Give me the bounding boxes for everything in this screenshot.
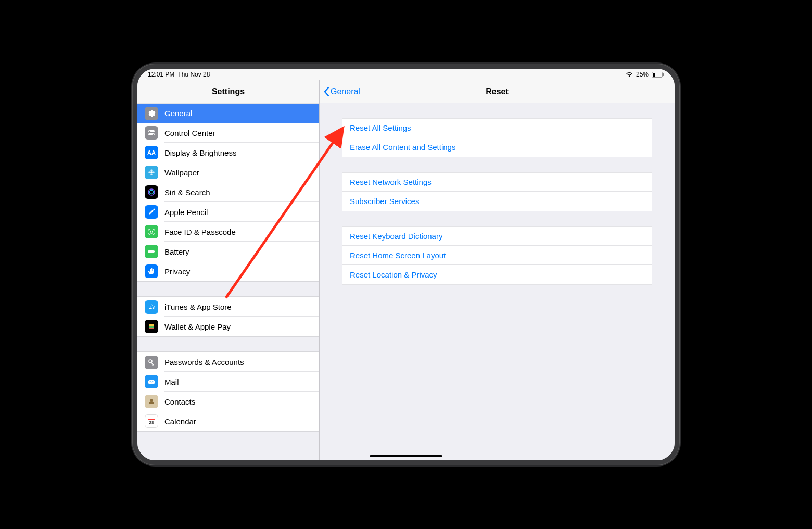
hand-icon <box>145 264 158 278</box>
appstore-icon <box>145 300 158 314</box>
svg-point-13 <box>150 191 154 194</box>
toggles-icon <box>145 126 158 140</box>
contacts-icon <box>145 395 158 408</box>
sidebar-item-label: General <box>164 109 192 118</box>
sidebar-item-passwords[interactable]: Passwords & Accounts <box>137 352 319 372</box>
sidebar-item-label: Face ID & Passcode <box>164 228 236 236</box>
battery-icon <box>145 245 158 258</box>
row-label: Reset Location & Privacy <box>350 270 437 279</box>
sidebar-navbar: Settings <box>137 80 319 103</box>
siri-icon <box>145 185 158 199</box>
sidebar-item-label: Siri & Search <box>164 188 210 197</box>
svg-point-21 <box>149 360 152 363</box>
svg-rect-16 <box>148 250 154 253</box>
mail-icon <box>145 375 158 388</box>
svg-point-23 <box>150 399 153 402</box>
reset-network-settings[interactable]: Reset Network Settings <box>342 172 652 192</box>
svg-rect-5 <box>148 133 155 135</box>
ipad-frame: 12:01 PM Thu Nov 28 25% Settings <box>132 64 680 465</box>
svg-rect-22 <box>148 380 155 384</box>
sidebar-item-label: Contacts <box>164 397 195 406</box>
sidebar-item-contacts[interactable]: Contacts <box>137 392 319 411</box>
reset-location-privacy[interactable]: Reset Location & Privacy <box>342 265 652 284</box>
sidebar-item-label: iTunes & App Store <box>164 303 232 311</box>
status-date: Thu Nov 28 <box>177 71 210 78</box>
sidebar-title: Settings <box>212 87 245 96</box>
sidebar-item-label: Control Center <box>164 129 215 137</box>
calendar-icon: 28 <box>145 414 158 428</box>
sidebar-item-calendar[interactable]: 28 Calendar <box>137 411 319 431</box>
svg-point-10 <box>148 171 150 173</box>
detail-pane: General Reset Reset All Settings Erase A… <box>320 80 675 460</box>
sidebar-item-label: Mail <box>164 377 179 386</box>
svg-rect-2 <box>663 73 664 76</box>
row-label: Subscriber Services <box>350 197 419 206</box>
sidebar-list[interactable]: General Control Center AA Display & Brig… <box>137 103 319 460</box>
sidebar-item-mail[interactable]: Mail <box>137 372 319 392</box>
reset-home-screen-layout[interactable]: Reset Home Screen Layout <box>342 246 652 265</box>
home-indicator[interactable] <box>370 455 442 457</box>
gear-icon <box>145 107 158 120</box>
sidebar-item-label: Apple Pencil <box>164 208 208 217</box>
sidebar-item-label: Wallpaper <box>164 168 199 177</box>
svg-point-11 <box>153 171 155 173</box>
svg-point-4 <box>149 131 150 132</box>
svg-point-8 <box>150 169 153 171</box>
sidebar-item-label: Privacy <box>164 267 190 276</box>
row-label: Reset Keyboard Dictionary <box>350 232 442 241</box>
sidebar-item-privacy[interactable]: Privacy <box>137 261 319 281</box>
sidebar-item-label: Wallet & Apple Pay <box>164 322 231 331</box>
sidebar-item-label: Display & Brightness <box>164 148 236 157</box>
wallet-icon <box>145 320 158 333</box>
flower-icon <box>145 166 158 179</box>
reset-keyboard-dictionary[interactable]: Reset Keyboard Dictionary <box>342 226 652 246</box>
svg-point-9 <box>150 173 153 175</box>
erase-all-content[interactable]: Erase All Content and Settings <box>342 137 652 157</box>
back-label: General <box>331 87 360 96</box>
sidebar-item-control-center[interactable]: Control Center <box>137 123 319 143</box>
battery-icon <box>652 72 664 78</box>
pencil-icon <box>145 205 158 219</box>
row-label: Reset All Settings <box>350 123 411 132</box>
settings-sidebar: Settings General <box>137 80 320 460</box>
sidebar-item-appstore[interactable]: iTunes & App Store <box>137 297 319 317</box>
reset-all-settings[interactable]: Reset All Settings <box>342 118 652 137</box>
detail-list[interactable]: Reset All Settings Erase All Content and… <box>320 103 675 460</box>
sidebar-item-label: Passwords & Accounts <box>164 358 244 367</box>
key-icon <box>145 356 158 369</box>
sidebar-item-wallpaper[interactable]: Wallpaper <box>137 162 319 182</box>
sidebar-item-wallet[interactable]: Wallet & Apple Pay <box>137 317 319 336</box>
sidebar-item-label: Battery <box>164 247 189 256</box>
row-label: Erase All Content and Settings <box>350 143 455 152</box>
chevron-left-icon <box>324 87 329 96</box>
sidebar-item-battery[interactable]: Battery <box>137 242 319 261</box>
svg-rect-17 <box>154 251 155 253</box>
svg-text:28: 28 <box>149 420 154 425</box>
svg-rect-18 <box>149 324 154 326</box>
sidebar-item-faceid[interactable]: Face ID & Passcode <box>137 222 319 242</box>
sidebar-item-display[interactable]: AA Display & Brightness <box>137 143 319 162</box>
sidebar-item-apple-pencil[interactable]: Apple Pencil <box>137 202 319 222</box>
row-label: Reset Home Screen Layout <box>350 251 446 260</box>
svg-rect-19 <box>149 326 154 328</box>
svg-rect-3 <box>148 130 155 132</box>
row-label: Reset Network Settings <box>350 178 432 186</box>
detail-navbar: General Reset <box>320 80 675 103</box>
sidebar-item-siri[interactable]: Siri & Search <box>137 182 319 202</box>
svg-point-7 <box>150 171 153 173</box>
svg-point-15 <box>153 231 153 232</box>
back-button[interactable]: General <box>324 87 360 96</box>
status-bar: 12:01 PM Thu Nov 28 25% <box>137 69 675 80</box>
text-size-icon: AA <box>145 146 158 159</box>
svg-point-6 <box>153 134 154 135</box>
faceid-icon <box>145 225 158 238</box>
sidebar-item-general[interactable]: General <box>137 103 319 123</box>
subscriber-services[interactable]: Subscriber Services <box>342 192 652 211</box>
svg-rect-1 <box>653 73 655 77</box>
svg-point-14 <box>150 231 151 232</box>
svg-rect-20 <box>149 328 154 329</box>
sidebar-item-label: Calendar <box>164 417 196 426</box>
wifi-icon <box>626 72 633 77</box>
battery-percent: 25% <box>636 71 649 78</box>
status-time: 12:01 PM <box>148 71 174 78</box>
